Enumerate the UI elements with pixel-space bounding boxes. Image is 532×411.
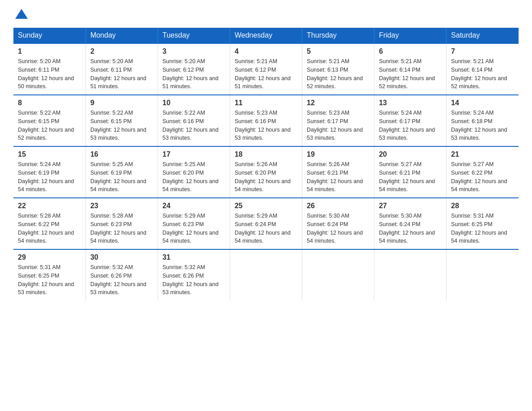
- day-cell: 31 Sunrise: 5:32 AMSunset: 6:26 PMDaylig…: [158, 249, 230, 300]
- day-info: Sunrise: 5:21 AMSunset: 6:12 PMDaylight:…: [235, 58, 291, 90]
- day-number: 2: [90, 47, 153, 56]
- day-number: 30: [90, 253, 153, 261]
- page-header: [13, 9, 519, 19]
- day-cell: 25 Sunrise: 5:29 AMSunset: 6:24 PMDaylig…: [230, 198, 302, 249]
- header-day-monday: Monday: [86, 28, 158, 43]
- day-cell: 2 Sunrise: 5:20 AMSunset: 6:11 PMDayligh…: [86, 43, 158, 95]
- day-cell: 6 Sunrise: 5:21 AMSunset: 6:14 PMDayligh…: [374, 43, 446, 95]
- day-number: 17: [163, 150, 225, 158]
- day-number: 29: [18, 253, 81, 261]
- day-info: Sunrise: 5:24 AMSunset: 6:17 PMDaylight:…: [379, 110, 435, 141]
- day-info: Sunrise: 5:26 AMSunset: 6:20 PMDaylight:…: [235, 161, 291, 193]
- day-number: 21: [451, 150, 514, 158]
- day-number: 7: [451, 47, 514, 56]
- day-cell: [446, 249, 519, 300]
- week-row-1: 1 Sunrise: 5:20 AMSunset: 6:11 PMDayligh…: [13, 43, 519, 95]
- calendar-header: SundayMondayTuesdayWednesdayThursdayFrid…: [13, 28, 519, 43]
- day-info: Sunrise: 5:29 AMSunset: 6:24 PMDaylight:…: [235, 213, 291, 244]
- day-number: 13: [379, 99, 442, 107]
- header-day-tuesday: Tuesday: [158, 28, 230, 43]
- day-info: Sunrise: 5:32 AMSunset: 6:26 PMDaylight:…: [163, 264, 219, 295]
- day-number: 24: [163, 202, 225, 210]
- day-cell: 8 Sunrise: 5:22 AMSunset: 6:15 PMDayligh…: [13, 95, 86, 146]
- day-number: 11: [235, 99, 297, 107]
- day-info: Sunrise: 5:27 AMSunset: 6:21 PMDaylight:…: [379, 161, 435, 193]
- day-cell: 18 Sunrise: 5:26 AMSunset: 6:20 PMDaylig…: [230, 146, 302, 198]
- day-cell: 28 Sunrise: 5:31 AMSunset: 6:25 PMDaylig…: [446, 198, 519, 249]
- day-cell: 22 Sunrise: 5:28 AMSunset: 6:22 PMDaylig…: [13, 198, 86, 249]
- day-number: 5: [307, 47, 369, 56]
- day-number: 6: [379, 47, 442, 56]
- day-cell: 13 Sunrise: 5:24 AMSunset: 6:17 PMDaylig…: [374, 95, 446, 146]
- day-number: 3: [163, 47, 225, 56]
- day-cell: 23 Sunrise: 5:28 AMSunset: 6:23 PMDaylig…: [86, 198, 158, 249]
- day-cell: 14 Sunrise: 5:24 AMSunset: 6:18 PMDaylig…: [446, 95, 519, 146]
- day-info: Sunrise: 5:20 AMSunset: 6:11 PMDaylight:…: [18, 58, 74, 90]
- week-row-2: 8 Sunrise: 5:22 AMSunset: 6:15 PMDayligh…: [13, 95, 519, 146]
- day-cell: 4 Sunrise: 5:21 AMSunset: 6:12 PMDayligh…: [230, 43, 302, 95]
- day-cell: 7 Sunrise: 5:21 AMSunset: 6:14 PMDayligh…: [446, 43, 519, 95]
- day-cell: 20 Sunrise: 5:27 AMSunset: 6:21 PMDaylig…: [374, 146, 446, 198]
- day-number: 23: [90, 202, 153, 210]
- day-cell: 16 Sunrise: 5:25 AMSunset: 6:19 PMDaylig…: [86, 146, 158, 198]
- day-info: Sunrise: 5:20 AMSunset: 6:12 PMDaylight:…: [163, 58, 219, 90]
- day-info: Sunrise: 5:25 AMSunset: 6:20 PMDaylight:…: [163, 161, 219, 193]
- day-cell: [230, 249, 302, 300]
- day-info: Sunrise: 5:31 AMSunset: 6:25 PMDaylight:…: [18, 264, 74, 295]
- day-info: Sunrise: 5:25 AMSunset: 6:19 PMDaylight:…: [90, 161, 146, 193]
- day-cell: 9 Sunrise: 5:22 AMSunset: 6:15 PMDayligh…: [86, 95, 158, 146]
- day-info: Sunrise: 5:21 AMSunset: 6:14 PMDaylight:…: [379, 58, 435, 90]
- day-info: Sunrise: 5:27 AMSunset: 6:22 PMDaylight:…: [451, 161, 507, 193]
- day-cell: 11 Sunrise: 5:23 AMSunset: 6:16 PMDaylig…: [230, 95, 302, 146]
- calendar-body: 1 Sunrise: 5:20 AMSunset: 6:11 PMDayligh…: [13, 43, 519, 300]
- header-day-friday: Friday: [374, 28, 446, 43]
- logo-triangle-icon: [15, 9, 28, 19]
- day-number: 18: [235, 150, 297, 158]
- day-number: 28: [451, 202, 514, 210]
- day-cell: 24 Sunrise: 5:29 AMSunset: 6:23 PMDaylig…: [158, 198, 230, 249]
- day-cell: 26 Sunrise: 5:30 AMSunset: 6:24 PMDaylig…: [302, 198, 374, 249]
- logo: [13, 9, 28, 19]
- day-info: Sunrise: 5:23 AMSunset: 6:17 PMDaylight:…: [307, 110, 363, 141]
- day-info: Sunrise: 5:23 AMSunset: 6:16 PMDaylight:…: [235, 110, 291, 141]
- day-info: Sunrise: 5:22 AMSunset: 6:16 PMDaylight:…: [163, 110, 219, 141]
- day-info: Sunrise: 5:28 AMSunset: 6:23 PMDaylight:…: [90, 213, 146, 244]
- day-number: 31: [163, 253, 225, 261]
- day-cell: 29 Sunrise: 5:31 AMSunset: 6:25 PMDaylig…: [13, 249, 86, 300]
- day-number: 1: [18, 47, 81, 56]
- day-info: Sunrise: 5:28 AMSunset: 6:22 PMDaylight:…: [18, 213, 74, 244]
- day-number: 16: [90, 150, 153, 158]
- header-day-thursday: Thursday: [302, 28, 374, 43]
- day-number: 25: [235, 202, 297, 210]
- day-cell: [374, 249, 446, 300]
- header-day-saturday: Saturday: [446, 28, 519, 43]
- day-number: 22: [18, 202, 81, 210]
- day-info: Sunrise: 5:24 AMSunset: 6:19 PMDaylight:…: [18, 161, 74, 193]
- day-cell: 30 Sunrise: 5:32 AMSunset: 6:26 PMDaylig…: [86, 249, 158, 300]
- day-info: Sunrise: 5:26 AMSunset: 6:21 PMDaylight:…: [307, 161, 363, 193]
- week-row-3: 15 Sunrise: 5:24 AMSunset: 6:19 PMDaylig…: [13, 146, 519, 198]
- day-info: Sunrise: 5:30 AMSunset: 6:24 PMDaylight:…: [379, 213, 435, 244]
- day-number: 4: [235, 47, 297, 56]
- day-number: 12: [307, 99, 369, 107]
- day-number: 10: [163, 99, 225, 107]
- day-info: Sunrise: 5:20 AMSunset: 6:11 PMDaylight:…: [90, 58, 146, 90]
- day-number: 27: [379, 202, 442, 210]
- day-info: Sunrise: 5:22 AMSunset: 6:15 PMDaylight:…: [18, 110, 74, 141]
- day-cell: [302, 249, 374, 300]
- header-day-sunday: Sunday: [13, 28, 86, 43]
- day-cell: 5 Sunrise: 5:21 AMSunset: 6:13 PMDayligh…: [302, 43, 374, 95]
- day-number: 14: [451, 99, 514, 107]
- day-info: Sunrise: 5:22 AMSunset: 6:15 PMDaylight:…: [90, 110, 146, 141]
- week-row-4: 22 Sunrise: 5:28 AMSunset: 6:22 PMDaylig…: [13, 198, 519, 249]
- day-number: 26: [307, 202, 369, 210]
- day-cell: 1 Sunrise: 5:20 AMSunset: 6:11 PMDayligh…: [13, 43, 86, 95]
- day-cell: 21 Sunrise: 5:27 AMSunset: 6:22 PMDaylig…: [446, 146, 519, 198]
- day-number: 20: [379, 150, 442, 158]
- day-info: Sunrise: 5:24 AMSunset: 6:18 PMDaylight:…: [451, 110, 507, 141]
- header-row: SundayMondayTuesdayWednesdayThursdayFrid…: [13, 28, 519, 43]
- day-number: 9: [90, 99, 153, 107]
- day-cell: 15 Sunrise: 5:24 AMSunset: 6:19 PMDaylig…: [13, 146, 86, 198]
- day-info: Sunrise: 5:21 AMSunset: 6:13 PMDaylight:…: [307, 58, 363, 90]
- calendar-table: SundayMondayTuesdayWednesdayThursdayFrid…: [13, 28, 519, 300]
